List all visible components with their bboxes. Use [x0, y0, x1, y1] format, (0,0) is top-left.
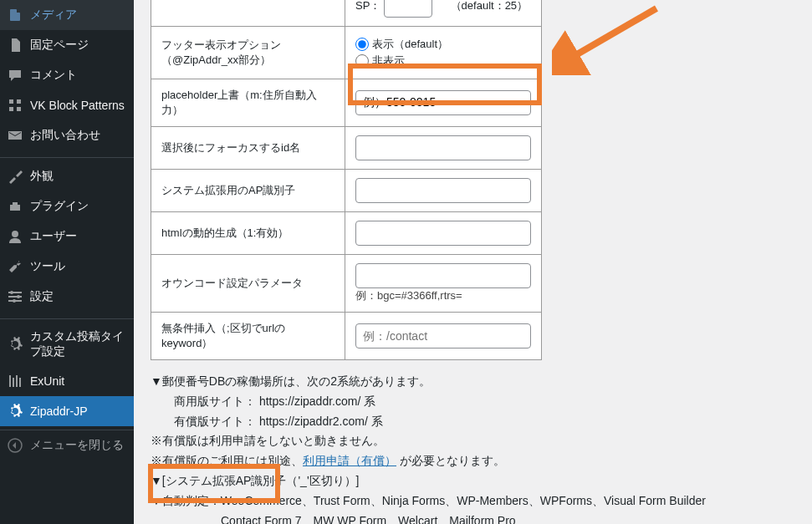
row-placeholder-overwrite: placeholder上書（m:住所自動入力）	[151, 79, 542, 127]
notes-block: ▼郵便番号DBの稼働場所は、次の2系統があります。 商用版サイト： https:…	[151, 372, 795, 524]
row-label: 無条件挿入（;区切でurlのkeyword）	[151, 313, 345, 360]
row-owncode: オウンコード設定パラメータ 例：bgc=#3366ff,rtrs=	[151, 255, 542, 313]
plugin-icon	[7, 198, 23, 215]
row-unconditional-insert: 無条件挿入（;区切でurlのkeyword）	[151, 313, 542, 360]
brush-icon	[7, 168, 23, 185]
exunit-icon	[7, 373, 23, 389]
sidebar-item-label: 固定ページ	[30, 38, 89, 53]
svg-line-17	[567, 8, 656, 60]
main-content: SP： （default：25） フッター表示オプション（@ZipAddr_xx…	[134, 0, 812, 524]
notes-line: 商用版サイト： https://zipaddr.com/ 系	[151, 392, 795, 412]
notes-line: ▼郵便番号DBの稼働場所は、次の2系統があります。	[151, 372, 795, 392]
sidebar-item-label: 設定	[30, 289, 54, 304]
notes-line: 有償版サイト： https://zipaddr2.com/ 系	[151, 412, 795, 432]
footer-hide-label: 非表示	[372, 53, 405, 69]
ap-identifier-input[interactable]	[355, 178, 531, 203]
svg-rect-11	[9, 375, 11, 387]
mail-icon	[7, 127, 23, 144]
row-label: 選択後にフォーカスするid名	[151, 127, 345, 170]
focus-id-input[interactable]	[355, 135, 531, 160]
sp-default-text: （default：25）	[451, 0, 529, 12]
sidebar-collapse-label: メニューを閉じる	[30, 438, 124, 453]
menu-separator	[0, 315, 134, 319]
sidebar-item-comments[interactable]: コメント	[0, 60, 134, 90]
sidebar-item-label: Zipaddr-JP	[30, 404, 87, 418]
svg-rect-2	[9, 107, 13, 111]
sidebar-item-exunit[interactable]: ExUnit	[0, 366, 134, 396]
sidebar-item-label: 外観	[30, 169, 54, 184]
media-icon	[7, 7, 23, 23]
menu-separator	[0, 154, 134, 158]
html-dynamic-input[interactable]	[355, 221, 531, 246]
svg-point-8	[10, 291, 13, 294]
sidebar-item-label: カスタム投稿タイプ設定	[30, 329, 127, 359]
footer-show-radio[interactable]	[355, 38, 369, 51]
sidebar-item-label: ユーザー	[30, 229, 77, 244]
sidebar-item-label: プラグイン	[30, 199, 89, 214]
placeholder-overwrite-input[interactable]	[355, 90, 531, 115]
svg-point-4	[12, 231, 18, 237]
svg-rect-1	[17, 99, 21, 104]
sidebar-item-settings[interactable]: 設定	[0, 282, 134, 312]
unconditional-insert-input[interactable]	[355, 323, 531, 348]
svg-rect-0	[9, 99, 13, 104]
sidebar-item-pages[interactable]: 固定ページ	[0, 30, 134, 60]
svg-point-10	[13, 299, 16, 303]
sidebar-item-label: メディア	[30, 8, 77, 23]
sidebar-item-label: ツール	[30, 259, 65, 274]
wrench-icon	[7, 258, 23, 275]
settings-table: SP： （default：25） フッター表示オプション（@ZipAddr_xx…	[151, 0, 542, 360]
row-ap-identifier: システム拡張用のAP識別子	[151, 170, 542, 212]
sidebar-collapse[interactable]: メニューを閉じる	[0, 430, 134, 460]
sidebar-item-plugins[interactable]: プラグイン	[0, 191, 134, 221]
owncode-hint: 例：bgc=#3366ff,rtrs=	[355, 289, 462, 302]
owncode-input[interactable]	[355, 263, 531, 288]
notes-line: ※有償版は利用申請をしないと動きません。	[151, 431, 795, 451]
row-html-dynamic: htmlの動的生成（1:有効）	[151, 212, 542, 255]
page-icon	[7, 37, 23, 53]
paid-application-link[interactable]: 利用申請（有償）	[303, 454, 396, 467]
svg-rect-14	[19, 378, 21, 387]
svg-point-9	[17, 295, 20, 298]
row-sp-partial: SP： （default：25）	[151, 0, 542, 27]
notes-line: ※有償版のご利用には別途、利用申請（有償） が必要となります。	[151, 451, 795, 471]
sidebar-item-cpt[interactable]: カスタム投稿タイプ設定	[0, 323, 134, 366]
user-icon	[7, 228, 23, 245]
sliders-icon	[7, 288, 23, 305]
sidebar-item-label: ExUnit	[30, 374, 64, 388]
admin-sidebar: メディア 固定ページ コメント VK Block Patterns お問い合わせ…	[0, 0, 134, 524]
annotation-arrow-icon	[552, 0, 669, 75]
svg-rect-3	[17, 107, 21, 111]
collapse-icon	[7, 437, 23, 454]
sidebar-item-media[interactable]: メディア	[0, 0, 134, 30]
sidebar-item-users[interactable]: ユーザー	[0, 221, 134, 252]
sidebar-item-label: お問い合わせ	[30, 128, 100, 143]
row-label: htmlの動的生成（1:有効）	[151, 212, 345, 255]
row-focus-id: 選択後にフォーカスするid名	[151, 127, 542, 170]
sidebar-item-vkblock[interactable]: VK Block Patterns	[0, 90, 134, 120]
notes-line: ▼自動判定：WooCommerce、Trust Form、Ninja Forms…	[151, 491, 795, 511]
notes-line: ▼[システム拡張AP識別子（'_'区切り）]	[151, 471, 795, 491]
sidebar-item-contact[interactable]: お問い合わせ	[0, 120, 134, 150]
sp-input[interactable]	[384, 0, 432, 18]
sp-label: SP：	[355, 0, 380, 12]
footer-show-label: 表示（default）	[372, 37, 448, 52]
row-footer-option: フッター表示オプション（@ZipAddr_xx部分） 表示（default） 非…	[151, 27, 542, 79]
sidebar-item-label: コメント	[30, 68, 77, 83]
notes-line: Contact Form 7、MW WP Form、Welcart、Mailfo…	[151, 511, 795, 524]
row-label: システム拡張用のAP識別子	[151, 170, 345, 212]
row-label: フッター表示オプション（@ZipAddr_xx部分）	[151, 27, 345, 79]
sidebar-item-appearance[interactable]: 外観	[0, 161, 134, 191]
row-label: オウンコード設定パラメータ	[151, 255, 345, 313]
row-label: placeholder上書（m:住所自動入力）	[151, 79, 345, 127]
footer-hide-radio[interactable]	[355, 54, 369, 68]
svg-rect-12	[13, 378, 14, 387]
sidebar-item-tools[interactable]: ツール	[0, 252, 134, 282]
svg-rect-13	[16, 375, 18, 387]
comment-icon	[7, 67, 23, 84]
sidebar-item-zipaddr[interactable]: Zipaddr-JP	[0, 396, 134, 426]
sidebar-item-label: VK Block Patterns	[30, 99, 125, 112]
gear-icon	[7, 403, 23, 420]
grid-icon	[7, 97, 23, 114]
gear-icon	[7, 336, 23, 353]
